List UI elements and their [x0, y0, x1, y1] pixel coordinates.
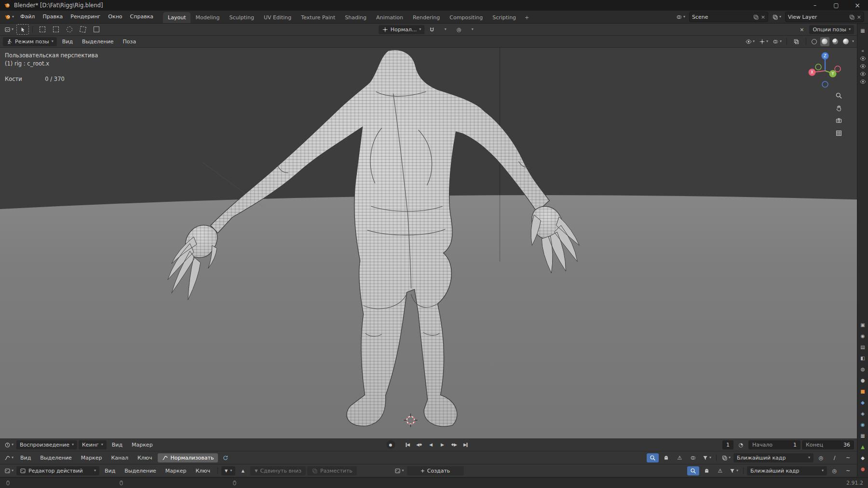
camera-view-icon[interactable] — [835, 117, 842, 124]
overlays-dropdown[interactable]: ▾ — [771, 37, 783, 46]
properties-tab-scene[interactable]: ◍ — [859, 365, 867, 373]
pan-hand-icon[interactable] — [835, 105, 842, 112]
graph-smooth-button[interactable]: ~ — [842, 453, 854, 462]
graph-show-hidden-button[interactable] — [660, 453, 672, 462]
axis-z-negative[interactable] — [822, 81, 828, 87]
tab-sculpting[interactable]: Sculpting — [225, 12, 259, 23]
tab-texture-paint[interactable]: Texture Paint — [296, 12, 340, 23]
dope-snap-dropdown[interactable]: Ближайший кадр ▾ — [747, 466, 827, 475]
action-browse-dropdown[interactable]: ▼ ▾ — [221, 466, 235, 475]
graph-snap-dropdown[interactable]: Ближайший кадр ▾ — [733, 453, 814, 462]
menu-render[interactable]: Рендеринг — [67, 12, 104, 22]
outliner-collapse-icon[interactable]: « — [859, 47, 867, 54]
new-view-layer-icon[interactable] — [849, 14, 855, 20]
dope-menu-marker[interactable]: Маркер — [162, 468, 190, 474]
tab-rendering[interactable]: Rendering — [408, 12, 445, 23]
tab-modeling[interactable]: Modeling — [190, 12, 224, 23]
menu-window[interactable]: Окно — [104, 12, 126, 22]
graph-extrapolation-button[interactable]: / — [828, 453, 841, 462]
dope-pivot-button[interactable]: ◎ — [828, 466, 841, 475]
jump-to-end-button[interactable]: ▶ — [461, 440, 471, 449]
unlink-scene-icon[interactable]: × — [761, 14, 765, 20]
scene-browse-button[interactable]: ▾ — [675, 13, 687, 22]
dope-smooth-button[interactable]: ~ — [842, 466, 854, 475]
graph-menu-view[interactable]: Вид — [16, 455, 35, 461]
menu-edit[interactable]: Правка — [39, 12, 67, 22]
close-button[interactable]: × — [847, 0, 868, 11]
app-menu-button[interactable]: ▾ — [2, 13, 16, 20]
snap-target-button[interactable] — [782, 25, 794, 34]
properties-tab-object-data[interactable]: ▲ — [859, 443, 867, 450]
unlink-action-button[interactable]: ▲ — [237, 466, 249, 475]
stash-button[interactable]: Разместить — [307, 466, 357, 475]
dope-menu-view[interactable]: Вид — [101, 468, 119, 474]
shading-material-button[interactable] — [831, 37, 840, 46]
minimize-button[interactable]: – — [804, 0, 826, 11]
graph-menu-marker[interactable]: Маркер — [77, 455, 106, 461]
record-button[interactable]: ● — [386, 440, 395, 449]
select-box-button[interactable] — [50, 25, 62, 34]
collection-eye-icon-2[interactable] — [859, 62, 867, 70]
play-reverse-button[interactable]: ◀ — [426, 440, 436, 449]
auto-normalize-refresh-button[interactable] — [219, 453, 231, 462]
select-circle-button[interactable] — [63, 25, 75, 34]
shading-options-dropdown[interactable]: ▾ — [852, 40, 854, 43]
jump-to-start-button[interactable]: ◀ — [403, 440, 413, 449]
select-tweak-button[interactable] — [36, 25, 48, 34]
dope-menu-select[interactable]: Выделение — [121, 468, 160, 474]
properties-tab-world[interactable]: ● — [859, 376, 867, 384]
dope-editor-type-button[interactable]: ▾ — [3, 466, 15, 475]
graph-editor-type-button[interactable]: ▾ — [3, 453, 15, 462]
prev-keyframe-button[interactable]: ◀ — [414, 440, 424, 449]
push-down-button[interactable]: ▼ Сдвинуть вниз — [250, 466, 306, 475]
properties-tab-view-layer[interactable]: ◧ — [859, 354, 867, 362]
shading-rendered-button[interactable] — [841, 37, 851, 46]
graph-overlay-button[interactable] — [687, 453, 699, 462]
dope-filter-dropdown[interactable]: ▾ — [728, 466, 740, 475]
use-preview-range-button[interactable]: ◔ — [735, 440, 747, 449]
graph-filter-dropdown[interactable]: ▾ — [701, 453, 713, 462]
properties-tab-bone[interactable]: ◆ — [859, 454, 867, 462]
remove-view-layer-icon[interactable]: × — [857, 14, 861, 20]
playback-dropdown[interactable]: Воспроизведение ▾ — [16, 440, 77, 449]
frame-start-field[interactable]: Начало 1 — [748, 440, 800, 449]
graph-menu-key[interactable]: Ключ — [134, 455, 156, 461]
menu-file[interactable]: Файл — [16, 12, 39, 22]
graph-pivot-button[interactable]: ◎ — [815, 453, 827, 462]
shading-solid-button[interactable] — [820, 37, 829, 46]
tab-scripting[interactable]: Scripting — [488, 12, 521, 23]
object-visibility-dropdown[interactable]: ▾ — [744, 37, 756, 46]
active-tool-button[interactable] — [16, 24, 29, 35]
collection-eye-icon-3[interactable] — [859, 70, 867, 78]
mode-dropdown[interactable]: Режим позы ▾ — [3, 37, 57, 46]
tab-uv-editing[interactable]: UV Editing — [259, 12, 296, 23]
strip-editor-icon[interactable]: ▦ — [859, 26, 867, 34]
play-button[interactable]: ▶ — [437, 440, 448, 449]
next-keyframe-button[interactable]: ▶ — [449, 440, 459, 449]
timeline-menu-view[interactable]: Вид — [108, 442, 126, 448]
viewport-canvas[interactable]: Пользовательская перспектива (1) rig : c… — [0, 48, 857, 438]
view-layer-browse-button[interactable]: ▾ — [771, 13, 783, 22]
tab-shading[interactable]: Shading — [340, 12, 371, 23]
collection-eye-icon-4[interactable] — [859, 78, 867, 85]
menu-view[interactable]: Вид — [58, 39, 77, 45]
snap-settings-dropdown[interactable]: ▾ — [439, 25, 451, 34]
snap-toggle-button[interactable] — [426, 25, 438, 34]
axis-x-negative[interactable] — [835, 66, 841, 72]
proportional-edit-button[interactable]: ◎ — [453, 25, 465, 34]
maximize-button[interactable]: ▢ — [826, 0, 847, 11]
normalize-toggle[interactable]: Нормализовать — [158, 453, 218, 462]
timeline-menu-marker[interactable]: Маркер — [128, 442, 157, 448]
new-action-button[interactable]: + Создать — [407, 466, 464, 475]
view-layer-selector[interactable]: View Layer × — [785, 12, 864, 22]
keying-dropdown[interactable]: Кеинг ▾ — [79, 440, 107, 449]
menu-help[interactable]: Справка — [126, 12, 157, 22]
add-workspace-button[interactable]: + — [521, 12, 533, 23]
scene-selector[interactable]: Scene × — [689, 12, 768, 22]
properties-tab-constraints[interactable]: ▦ — [859, 432, 867, 439]
graph-menu-select[interactable]: Выделение — [36, 455, 76, 461]
select-lasso-button[interactable] — [77, 25, 89, 34]
graph-show-errors-button[interactable]: ⚠ — [674, 453, 686, 462]
collection-eye-icon-1[interactable] — [859, 54, 867, 62]
current-frame-field[interactable]: 1 — [722, 440, 733, 449]
